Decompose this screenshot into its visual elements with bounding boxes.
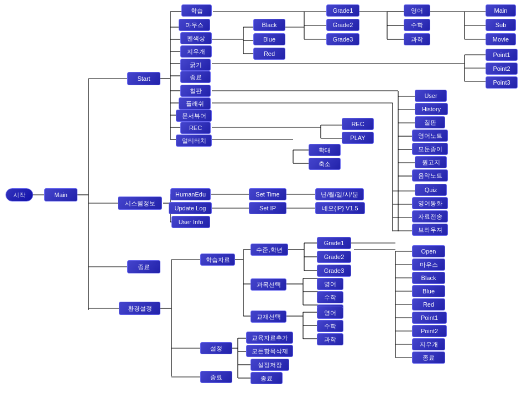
sci-bot-node: 과학 [317,333,343,345]
rec2-node: REC [342,118,374,130]
grade3-mid-node: Grade3 [317,265,351,277]
mouse-r-node: 마우스 [412,258,445,271]
pencolor-node: 펜색상 [180,32,212,44]
multitouch-node: 멀티터치 [176,135,212,147]
musictab-node: 음악노트 [412,169,448,182]
browser-node: 브라우져 [412,224,448,236]
userinfo-node: User Info [171,216,210,228]
sysinfo-node: 시스템정보 [118,196,162,210]
main-r-node: Main [486,4,516,17]
exit1-node: 종료 [180,71,211,83]
exit-top-node: 종료 [127,260,160,273]
exit-bot-node: 종료 [200,371,232,383]
grade1-mid-node: Grade1 [317,237,351,249]
docview-node: 문서뷰어 [176,110,212,122]
start-node: 시작 [6,188,33,201]
setting-node: 설정 [200,342,232,354]
grade2-top-node: Grade2 [326,19,359,31]
open-r-node: Open [412,245,445,257]
mouse-node: 마우스 [179,19,210,31]
exit-r-node: 종료 [412,351,445,364]
quiz-node: Quiz [415,184,447,196]
play-node: PLAY [342,132,374,144]
blue-r-node: Blue [412,285,445,297]
user-node: User [415,90,447,102]
transfer-node: 자료전송 [412,210,448,223]
exit-set-node: 종료 [251,372,283,384]
red-node: Red [253,48,285,60]
datetime-node: 년/월/일/시/분 [315,188,364,200]
point2-rb-node: Point2 [412,325,447,337]
math-top-node: 수학 [404,19,430,31]
point1-rb-node: Point1 [412,312,447,324]
levelgrade-node: 수준,학년 [251,244,288,256]
black-node: Black [253,19,285,31]
grade3-top-node: Grade3 [326,33,359,45]
point3-r-node: Point3 [486,76,518,89]
subject-sel-node: 과목선택 [251,278,286,291]
addmaterial-node: 교육자료추가 [246,332,293,344]
learn-node: 학습 [181,4,212,17]
env-node: 환경설정 [119,302,160,315]
sub-r-node: Sub [486,19,516,31]
humanedu-node: HumanEdu [170,188,211,200]
grade2-mid-node: Grade2 [317,251,351,263]
history-node: History [415,103,448,115]
study-data-node: 학습자료 [200,254,235,266]
deleteall-node: 모든항목삭제 [246,345,293,357]
main-node: Main [44,188,77,201]
settime-node: Set Time [249,188,286,200]
setip-node: Set IP [249,202,286,214]
engfilm-node: 영어동화 [412,197,448,209]
start-branch-node: Start [127,72,160,85]
point1-r-node: Point1 [486,49,518,61]
textbook-sel-node: 교재선택 [251,311,286,323]
flash-node: 플래쉬 [179,97,211,110]
modunnote-node: 모둔종이 [412,143,448,155]
black-r-node: Black [412,272,445,284]
blackboard-node: 칠판 [180,85,211,97]
movie-r-node: Movie [486,33,516,45]
math-bot-node: 수학 [317,320,343,332]
zoom-out-node: 축소 [309,158,341,170]
ruling-node: 굵기 [180,59,211,71]
math-mid-node: 수학 [317,291,343,303]
rec-node: REC [180,122,211,134]
engnote-node: 영어노트 [412,130,448,142]
savesetting-node: 설정저장 [251,359,289,371]
eng-top-node: 영어 [404,4,430,17]
point2-r-node: Point2 [486,63,518,75]
eraser-r-node: 지우개 [412,338,445,350]
blank-node: 원고지 [415,156,447,168]
grade1-top-node: Grade1 [326,4,359,17]
updatelog-node: Update Log [169,202,212,214]
sci-top-node: 과학 [404,33,430,45]
eng-bot-node: 영어 [317,307,343,319]
eraser-node: 지우개 [180,45,212,58]
eng-mid-node: 영어 [317,278,343,290]
ipver-node: 네오{IP} V1.5 [315,202,365,214]
diagram: 시작 Main Start 종료 환경설정 시스템정보 학습 마우스 펜색상 지… [0,0,532,393]
red-r-node: Red [412,298,445,311]
zoom-in-node: 확대 [309,144,341,156]
chalkboard-node: 칠판 [415,116,445,128]
blue-node: Blue [253,33,285,45]
